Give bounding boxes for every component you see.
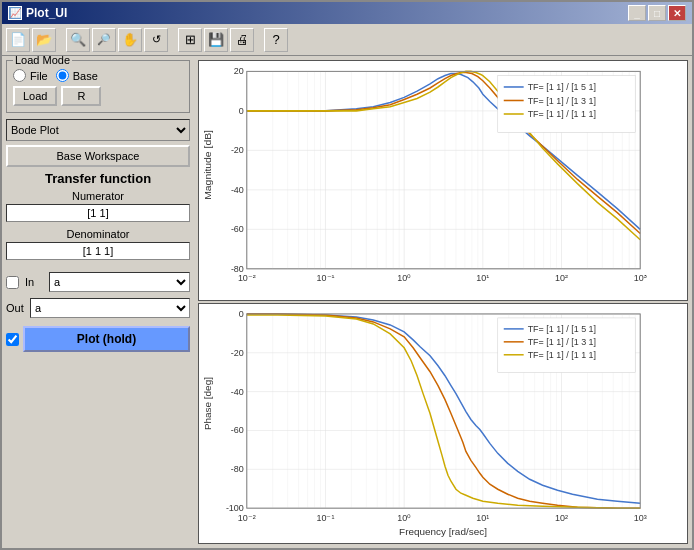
plot-type-row: Bode Plot Nyquist Step Response xyxy=(6,119,190,141)
svg-text:10¹: 10¹ xyxy=(476,513,489,523)
svg-text:10⁻²: 10⁻² xyxy=(238,273,256,283)
numerator-label: Numerator xyxy=(6,190,190,202)
tf-section: Transfer function Numerator [1 1] Denomi… xyxy=(6,171,190,266)
phase-chart: 0 -20 -40 -60 -80 -100 10⁻² 10⁻¹ 10⁰ xyxy=(198,303,688,544)
svg-text:20: 20 xyxy=(234,66,244,76)
in-label: In xyxy=(25,276,45,288)
svg-text:-60: -60 xyxy=(231,224,244,234)
charts-container: 20 0 -20 -40 -60 -80 10⁻² 10⁻¹ 10⁰ xyxy=(198,60,688,544)
svg-text:10³: 10³ xyxy=(634,273,647,283)
svg-text:10⁰: 10⁰ xyxy=(397,513,411,523)
svg-text:0: 0 xyxy=(239,309,244,319)
svg-text:10⁰: 10⁰ xyxy=(397,273,411,283)
open-file-btn[interactable]: 📂 xyxy=(32,28,56,52)
out-row: Out a xyxy=(6,298,190,318)
zoom-in-btn[interactable]: 🔍 xyxy=(66,28,90,52)
base-radio-label: Base xyxy=(73,70,98,82)
save-btn[interactable]: 💾 xyxy=(204,28,228,52)
window-controls: _ □ ✕ xyxy=(628,5,686,21)
denominator-label: Denominator xyxy=(6,228,190,240)
svg-text:-20: -20 xyxy=(231,348,244,358)
main-area: Load Mode File Base Load R xyxy=(2,56,692,548)
plot-checkbox[interactable] xyxy=(6,333,19,346)
plot-type-select[interactable]: Bode Plot Nyquist Step Response xyxy=(6,119,190,141)
svg-text:-20: -20 xyxy=(231,145,244,155)
pan-btn[interactable]: ✋ xyxy=(118,28,142,52)
left-panel: Load Mode File Base Load R xyxy=(2,56,194,548)
right-panel: 20 0 -20 -40 -60 -80 10⁻² 10⁻¹ 10⁰ xyxy=(194,56,692,548)
base-radio[interactable] xyxy=(56,69,69,82)
svg-text:10³: 10³ xyxy=(634,513,647,523)
phase-svg: 0 -20 -40 -60 -80 -100 10⁻² 10⁻¹ 10⁰ xyxy=(199,304,687,543)
svg-text:TF= [1 1] / [1 5 1]: TF= [1 1] / [1 5 1] xyxy=(528,324,596,334)
out-label: Out xyxy=(6,302,26,314)
rotate-btn[interactable]: ↺ xyxy=(144,28,168,52)
svg-text:10¹: 10¹ xyxy=(476,273,489,283)
svg-text:0: 0 xyxy=(239,106,244,116)
load-mode-label: Load Mode xyxy=(13,56,72,66)
in-row: In a xyxy=(6,272,190,292)
load-mode-group: Load Mode File Base Load R xyxy=(6,60,190,113)
help-btn[interactable]: ? xyxy=(264,28,288,52)
plot-row: Plot (hold) xyxy=(6,326,190,352)
magnitude-chart: 20 0 -20 -40 -60 -80 10⁻² 10⁻¹ 10⁰ xyxy=(198,60,688,301)
plot-button[interactable]: Plot (hold) xyxy=(23,326,190,352)
window-icon: 📈 xyxy=(8,6,22,20)
in-checkbox[interactable] xyxy=(6,276,19,289)
r-button[interactable]: R xyxy=(61,86,101,106)
out-select[interactable]: a xyxy=(30,298,190,318)
svg-text:10⁻²: 10⁻² xyxy=(238,513,256,523)
tf-title: Transfer function xyxy=(6,171,190,186)
svg-text:TF= [1 1] / [1 1 1]: TF= [1 1] / [1 1 1] xyxy=(528,350,596,360)
svg-text:Phase [deg]: Phase [deg] xyxy=(202,377,213,430)
title-bar: 📈 Plot_UI _ □ ✕ xyxy=(2,2,692,24)
svg-text:-100: -100 xyxy=(226,503,244,513)
magnitude-svg: 20 0 -20 -40 -60 -80 10⁻² 10⁻¹ 10⁰ xyxy=(199,61,687,300)
svg-text:Magnitude [dB]: Magnitude [dB] xyxy=(202,130,213,200)
maximize-btn[interactable]: □ xyxy=(648,5,666,21)
minimize-btn[interactable]: _ xyxy=(628,5,646,21)
zoom-out-btn[interactable]: 🔎 xyxy=(92,28,116,52)
svg-text:-80: -80 xyxy=(231,464,244,474)
svg-text:-40: -40 xyxy=(231,185,244,195)
load-btn-row: Load R xyxy=(13,86,183,106)
new-file-btn[interactable]: 📄 xyxy=(6,28,30,52)
svg-text:TF= [1 1] / [1 3 1]: TF= [1 1] / [1 3 1] xyxy=(528,337,596,347)
svg-text:10²: 10² xyxy=(555,273,568,283)
fit-view-btn[interactable]: ⊞ xyxy=(178,28,202,52)
svg-text:TF= [1 1] / [1 5 1]: TF= [1 1] / [1 5 1] xyxy=(528,82,596,92)
base-radio-group: Base xyxy=(56,69,98,82)
file-radio[interactable] xyxy=(13,69,26,82)
file-radio-label: File xyxy=(30,70,48,82)
svg-text:10⁻¹: 10⁻¹ xyxy=(317,513,335,523)
file-radio-group: File xyxy=(13,69,48,82)
svg-text:TF= [1 1] / [1 3 1]: TF= [1 1] / [1 3 1] xyxy=(528,95,596,105)
svg-text:10²: 10² xyxy=(555,513,568,523)
svg-text:-40: -40 xyxy=(231,387,244,397)
close-btn[interactable]: ✕ xyxy=(668,5,686,21)
svg-text:Frequency [rad/sec]: Frequency [rad/sec] xyxy=(399,526,487,537)
numerator-input[interactable]: [1 1] xyxy=(6,204,190,222)
load-button[interactable]: Load xyxy=(13,86,57,106)
window-title: Plot_UI xyxy=(26,6,67,20)
workspace-button[interactable]: Base Workspace xyxy=(6,145,190,167)
in-select[interactable]: a xyxy=(49,272,190,292)
denominator-input[interactable]: [1 1 1] xyxy=(6,242,190,260)
toolbar: 📄 📂 🔍 🔎 ✋ ↺ ⊞ 💾 🖨 ? xyxy=(2,24,692,56)
svg-text:10⁻¹: 10⁻¹ xyxy=(317,273,335,283)
svg-text:TF= [1 1] / [1 1 1]: TF= [1 1] / [1 1 1] xyxy=(528,109,596,119)
main-window: 📈 Plot_UI _ □ ✕ 📄 📂 🔍 🔎 ✋ ↺ ⊞ 💾 🖨 ? Load… xyxy=(0,0,694,550)
svg-text:-60: -60 xyxy=(231,425,244,435)
print-btn[interactable]: 🖨 xyxy=(230,28,254,52)
